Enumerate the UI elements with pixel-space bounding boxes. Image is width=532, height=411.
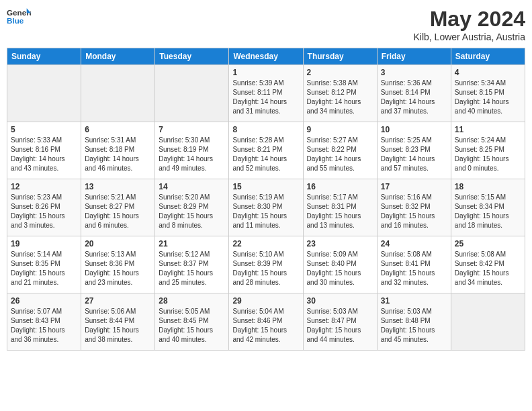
day-number: 31 bbox=[381, 296, 447, 306]
day-info: Sunrise: 5:15 AM Sunset: 8:34 PM Dayligh… bbox=[455, 193, 521, 230]
calendar-cell: 29Sunrise: 5:04 AM Sunset: 8:46 PM Dayli… bbox=[229, 293, 303, 351]
weekday-header-monday: Monday bbox=[81, 48, 155, 65]
day-info: Sunrise: 5:09 AM Sunset: 8:40 PM Dayligh… bbox=[307, 250, 373, 287]
day-info: Sunrise: 5:16 AM Sunset: 8:32 PM Dayligh… bbox=[381, 193, 447, 230]
day-info: Sunrise: 5:05 AM Sunset: 8:45 PM Dayligh… bbox=[159, 307, 225, 345]
day-info: Sunrise: 5:34 AM Sunset: 8:15 PM Dayligh… bbox=[455, 79, 521, 116]
day-number: 1 bbox=[232, 68, 299, 77]
calendar-cell: 28Sunrise: 5:05 AM Sunset: 8:45 PM Dayli… bbox=[155, 293, 229, 351]
calendar-week-row: 12Sunrise: 5:23 AM Sunset: 8:26 PM Dayli… bbox=[7, 179, 525, 236]
day-info: Sunrise: 5:38 AM Sunset: 8:12 PM Dayligh… bbox=[307, 79, 373, 116]
day-number: 8 bbox=[232, 125, 299, 134]
calendar-week-row: 26Sunrise: 5:07 AM Sunset: 8:43 PM Dayli… bbox=[7, 293, 525, 351]
day-number: 2 bbox=[307, 68, 373, 77]
day-info: Sunrise: 5:30 AM Sunset: 8:19 PM Dayligh… bbox=[159, 136, 225, 173]
day-info: Sunrise: 5:10 AM Sunset: 8:39 PM Dayligh… bbox=[232, 250, 299, 287]
day-info: Sunrise: 5:06 AM Sunset: 8:44 PM Dayligh… bbox=[85, 307, 151, 345]
logo: General Blue bbox=[7, 7, 31, 26]
page-header: General Blue May 2024 Kilb, Lower Austri… bbox=[7, 7, 525, 42]
calendar-cell: 22Sunrise: 5:10 AM Sunset: 8:39 PM Dayli… bbox=[229, 236, 303, 293]
day-number: 14 bbox=[159, 182, 225, 191]
calendar-cell: 21Sunrise: 5:12 AM Sunset: 8:37 PM Dayli… bbox=[155, 236, 229, 293]
calendar-cell: 3Sunrise: 5:36 AM Sunset: 8:14 PM Daylig… bbox=[377, 65, 451, 122]
day-number: 24 bbox=[381, 239, 447, 248]
calendar-cell: 14Sunrise: 5:20 AM Sunset: 8:29 PM Dayli… bbox=[155, 179, 229, 236]
calendar-week-row: 19Sunrise: 5:14 AM Sunset: 8:35 PM Dayli… bbox=[7, 236, 525, 293]
day-number: 9 bbox=[307, 125, 373, 134]
calendar-cell: 31Sunrise: 5:03 AM Sunset: 8:48 PM Dayli… bbox=[377, 293, 451, 351]
calendar-cell bbox=[155, 65, 229, 122]
svg-text:Blue: Blue bbox=[7, 16, 24, 25]
day-info: Sunrise: 5:12 AM Sunset: 8:37 PM Dayligh… bbox=[159, 250, 225, 287]
day-info: Sunrise: 5:04 AM Sunset: 8:46 PM Dayligh… bbox=[232, 307, 299, 345]
calendar-table: SundayMondayTuesdayWednesdayThursdayFrid… bbox=[7, 48, 525, 351]
weekday-header-friday: Friday bbox=[377, 48, 451, 65]
day-info: Sunrise: 5:28 AM Sunset: 8:21 PM Dayligh… bbox=[232, 136, 299, 173]
weekday-header-saturday: Saturday bbox=[451, 48, 525, 65]
day-number: 16 bbox=[307, 182, 373, 191]
calendar-cell: 9Sunrise: 5:27 AM Sunset: 8:22 PM Daylig… bbox=[303, 122, 377, 179]
calendar-week-row: 1Sunrise: 5:39 AM Sunset: 8:11 PM Daylig… bbox=[7, 65, 525, 122]
day-info: Sunrise: 5:25 AM Sunset: 8:23 PM Dayligh… bbox=[381, 136, 447, 173]
day-number: 26 bbox=[11, 296, 77, 306]
day-number: 18 bbox=[455, 182, 521, 191]
weekday-header-wednesday: Wednesday bbox=[229, 48, 303, 65]
calendar-cell: 20Sunrise: 5:13 AM Sunset: 8:36 PM Dayli… bbox=[81, 236, 155, 293]
day-info: Sunrise: 5:33 AM Sunset: 8:16 PM Dayligh… bbox=[11, 136, 77, 173]
day-info: Sunrise: 5:39 AM Sunset: 8:11 PM Dayligh… bbox=[232, 79, 299, 116]
calendar-cell: 8Sunrise: 5:28 AM Sunset: 8:21 PM Daylig… bbox=[229, 122, 303, 179]
calendar-cell: 17Sunrise: 5:16 AM Sunset: 8:32 PM Dayli… bbox=[377, 179, 451, 236]
day-number: 5 bbox=[11, 125, 77, 134]
calendar-cell: 2Sunrise: 5:38 AM Sunset: 8:12 PM Daylig… bbox=[303, 65, 377, 122]
calendar-header-row: SundayMondayTuesdayWednesdayThursdayFrid… bbox=[7, 48, 525, 65]
calendar-cell: 4Sunrise: 5:34 AM Sunset: 8:15 PM Daylig… bbox=[451, 65, 525, 122]
day-number: 23 bbox=[307, 239, 373, 248]
day-info: Sunrise: 5:08 AM Sunset: 8:42 PM Dayligh… bbox=[455, 250, 521, 287]
day-number: 28 bbox=[159, 296, 225, 306]
calendar-cell: 11Sunrise: 5:24 AM Sunset: 8:25 PM Dayli… bbox=[451, 122, 525, 179]
day-number: 15 bbox=[232, 182, 299, 191]
day-number: 6 bbox=[85, 125, 151, 134]
day-info: Sunrise: 5:20 AM Sunset: 8:29 PM Dayligh… bbox=[159, 193, 225, 230]
calendar-cell bbox=[7, 65, 81, 122]
calendar-cell: 13Sunrise: 5:21 AM Sunset: 8:27 PM Dayli… bbox=[81, 179, 155, 236]
day-number: 27 bbox=[85, 296, 151, 306]
day-info: Sunrise: 5:21 AM Sunset: 8:27 PM Dayligh… bbox=[85, 193, 151, 230]
day-info: Sunrise: 5:08 AM Sunset: 8:41 PM Dayligh… bbox=[381, 250, 447, 287]
title-block: May 2024 Kilb, Lower Austria, Austria bbox=[413, 7, 525, 42]
calendar-cell: 1Sunrise: 5:39 AM Sunset: 8:11 PM Daylig… bbox=[229, 65, 303, 122]
calendar-cell: 19Sunrise: 5:14 AM Sunset: 8:35 PM Dayli… bbox=[7, 236, 81, 293]
calendar-cell: 7Sunrise: 5:30 AM Sunset: 8:19 PM Daylig… bbox=[155, 122, 229, 179]
day-number: 22 bbox=[232, 239, 299, 248]
calendar-cell: 16Sunrise: 5:17 AM Sunset: 8:31 PM Dayli… bbox=[303, 179, 377, 236]
day-info: Sunrise: 5:31 AM Sunset: 8:18 PM Dayligh… bbox=[85, 136, 151, 173]
weekday-header-sunday: Sunday bbox=[7, 48, 81, 65]
calendar-cell: 30Sunrise: 5:03 AM Sunset: 8:47 PM Dayli… bbox=[303, 293, 377, 351]
day-info: Sunrise: 5:24 AM Sunset: 8:25 PM Dayligh… bbox=[455, 136, 521, 173]
logo-icon: General Blue bbox=[7, 7, 31, 26]
day-info: Sunrise: 5:36 AM Sunset: 8:14 PM Dayligh… bbox=[381, 79, 447, 116]
weekday-header-tuesday: Tuesday bbox=[155, 48, 229, 65]
calendar-cell: 5Sunrise: 5:33 AM Sunset: 8:16 PM Daylig… bbox=[7, 122, 81, 179]
weekday-header-thursday: Thursday bbox=[303, 48, 377, 65]
day-number: 29 bbox=[232, 296, 299, 306]
calendar-cell: 12Sunrise: 5:23 AM Sunset: 8:26 PM Dayli… bbox=[7, 179, 81, 236]
day-number: 3 bbox=[381, 68, 447, 77]
calendar-cell: 18Sunrise: 5:15 AM Sunset: 8:34 PM Dayli… bbox=[451, 179, 525, 236]
day-number: 20 bbox=[85, 239, 151, 248]
day-info: Sunrise: 5:27 AM Sunset: 8:22 PM Dayligh… bbox=[307, 136, 373, 173]
day-number: 21 bbox=[159, 239, 225, 248]
day-number: 30 bbox=[307, 296, 373, 306]
calendar-cell: 24Sunrise: 5:08 AM Sunset: 8:41 PM Dayli… bbox=[377, 236, 451, 293]
day-info: Sunrise: 5:17 AM Sunset: 8:31 PM Dayligh… bbox=[307, 193, 373, 230]
calendar-cell: 27Sunrise: 5:06 AM Sunset: 8:44 PM Dayli… bbox=[81, 293, 155, 351]
calendar-week-row: 5Sunrise: 5:33 AM Sunset: 8:16 PM Daylig… bbox=[7, 122, 525, 179]
day-number: 19 bbox=[11, 239, 77, 248]
calendar-cell: 23Sunrise: 5:09 AM Sunset: 8:40 PM Dayli… bbox=[303, 236, 377, 293]
calendar-cell bbox=[451, 293, 525, 351]
day-number: 4 bbox=[455, 68, 521, 77]
day-info: Sunrise: 5:03 AM Sunset: 8:48 PM Dayligh… bbox=[381, 307, 447, 345]
day-info: Sunrise: 5:13 AM Sunset: 8:36 PM Dayligh… bbox=[85, 250, 151, 287]
calendar-cell: 6Sunrise: 5:31 AM Sunset: 8:18 PM Daylig… bbox=[81, 122, 155, 179]
calendar-cell: 26Sunrise: 5:07 AM Sunset: 8:43 PM Dayli… bbox=[7, 293, 81, 351]
